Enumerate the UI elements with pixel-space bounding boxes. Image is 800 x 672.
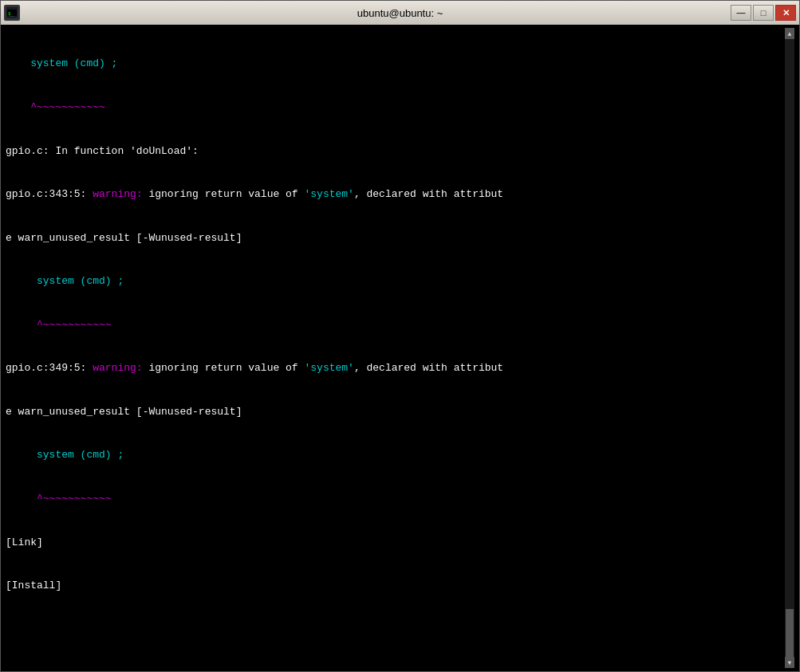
scrollbar-track[interactable] <box>785 39 794 657</box>
svg-text:$_: $_ <box>8 10 14 17</box>
terminal-window: $_ ubuntu@ubuntu: ~ — □ ✕ system (cmd) ;… <box>0 0 800 672</box>
line-1: system (cmd) ; <box>6 57 785 71</box>
terminal-app-icon: $_ <box>4 5 20 21</box>
line-4: gpio.c:343:5: warning: ignoring return v… <box>6 187 785 202</box>
titlebar-left: $_ <box>4 5 20 21</box>
titlebar-buttons: — □ ✕ <box>731 5 796 21</box>
line-7: ^~~~~~~~~~~~ <box>6 318 785 332</box>
line-13: [Install] <box>6 579 785 593</box>
scrollbar-down-button[interactable]: ▼ <box>785 657 794 668</box>
scrollbar-up-button[interactable]: ▲ <box>785 28 794 39</box>
line-10: system (cmd) ; <box>6 448 785 462</box>
window-title: ubuntu@ubuntu: ~ <box>357 7 443 19</box>
line-9: e warn_unused_result [-Wunused-result] <box>6 405 785 419</box>
line-empty-1 <box>6 623 785 637</box>
line-3: gpio.c: In function 'doUnLoad': <box>6 144 785 159</box>
maximize-button[interactable]: □ <box>753 5 774 21</box>
line-11: ^~~~~~~~~~~~ <box>6 492 785 506</box>
line-14: All Done. <box>6 666 785 668</box>
terminal-content: system (cmd) ; ^~~~~~~~~~~~ gpio.c: In f… <box>6 28 785 668</box>
line-2: ^~~~~~~~~~~~ <box>6 100 785 115</box>
line-6: system (cmd) ; <box>6 274 785 289</box>
titlebar: $_ ubuntu@ubuntu: ~ — □ ✕ <box>1 1 799 25</box>
terminal-body[interactable]: system (cmd) ; ^~~~~~~~~~~~ gpio.c: In f… <box>1 25 799 671</box>
minimize-button[interactable]: — <box>731 5 751 21</box>
close-button[interactable]: ✕ <box>775 5 796 21</box>
scrollbar[interactable]: ▲ ▼ <box>785 28 794 668</box>
line-12: [Link] <box>6 536 785 550</box>
scrollbar-thumb[interactable] <box>786 609 794 657</box>
line-5: e warn_unused_result [-Wunused-result] <box>6 231 785 246</box>
line-8: gpio.c:349:5: warning: ignoring return v… <box>6 361 785 375</box>
